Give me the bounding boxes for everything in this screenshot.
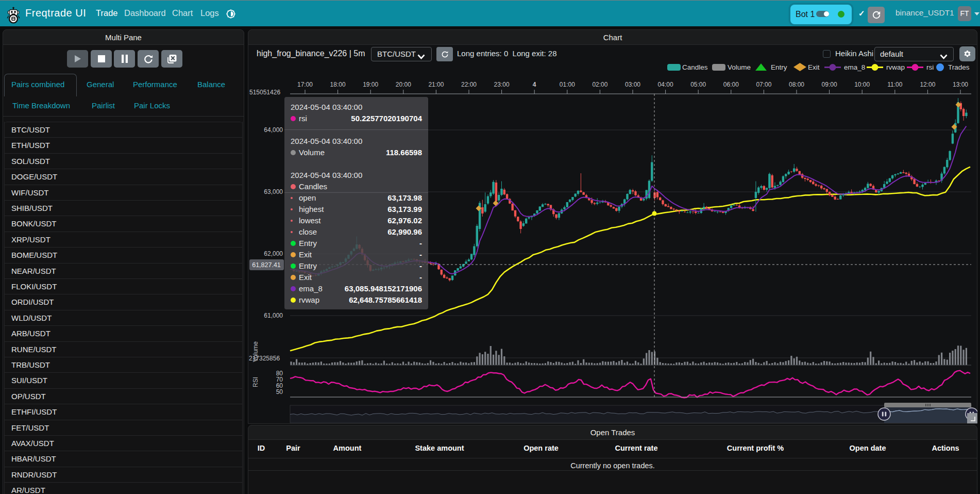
svg-text:04:00: 04:00 xyxy=(658,81,673,88)
svg-text:21:00: 21:00 xyxy=(428,81,444,88)
svg-text:22:00: 22:00 xyxy=(461,81,477,88)
svg-text:62,000: 62,000 xyxy=(264,250,283,257)
svg-text:61,000: 61,000 xyxy=(264,312,283,319)
svg-text:20:00: 20:00 xyxy=(396,81,411,88)
svg-text:50: 50 xyxy=(276,388,283,396)
svg-text:05:00: 05:00 xyxy=(690,81,706,88)
svg-text:RSI: RSI xyxy=(252,377,259,387)
svg-text:18:00: 18:00 xyxy=(330,81,346,88)
svg-text:64,000: 64,000 xyxy=(264,126,283,134)
svg-text:4: 4 xyxy=(533,81,536,88)
svg-text:06:00: 06:00 xyxy=(723,81,739,88)
svg-text:09:00: 09:00 xyxy=(822,81,837,88)
svg-text:Volume: Volume xyxy=(252,341,259,362)
svg-text:10:00: 10:00 xyxy=(854,81,870,88)
svg-text:08:00: 08:00 xyxy=(789,81,804,88)
svg-text:19:00: 19:00 xyxy=(363,81,378,88)
svg-text:63,000: 63,000 xyxy=(264,188,283,195)
svg-text:03:00: 03:00 xyxy=(625,81,640,88)
svg-text:61,827.41: 61,827.41 xyxy=(252,261,281,269)
svg-text:515051426: 515051426 xyxy=(249,89,280,96)
svg-text:12:00: 12:00 xyxy=(920,81,935,88)
svg-text:13:00: 13:00 xyxy=(953,81,968,88)
svg-text:02:00: 02:00 xyxy=(592,81,607,88)
svg-text:01:00: 01:00 xyxy=(560,81,575,88)
svg-text:11:00: 11:00 xyxy=(887,81,902,88)
svg-text:17:00: 17:00 xyxy=(297,81,313,88)
svg-text:23:00: 23:00 xyxy=(494,81,510,88)
svg-text:07:00: 07:00 xyxy=(756,81,771,88)
